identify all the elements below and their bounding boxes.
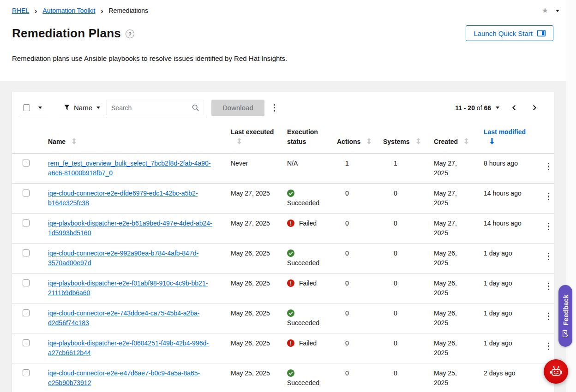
bulk-select-checkbox[interactable]	[23, 104, 30, 111]
page-options-caret-icon[interactable]	[556, 10, 559, 12]
help-icon[interactable]: ?	[126, 30, 134, 38]
systems-count-cell: 1	[376, 154, 426, 184]
row-kebab-button[interactable]	[545, 250, 552, 263]
search-input[interactable]	[107, 104, 187, 112]
row-kebab-button[interactable]	[545, 310, 552, 323]
filter-attribute-label: Name	[74, 104, 92, 112]
last-executed-cell: May 26, 2025	[223, 303, 280, 333]
table-body: rem_fe_test_overview_bulk_select_7bcb2f8…	[12, 154, 554, 392]
created-cell: May 27, 2025	[426, 184, 476, 214]
row-checkbox[interactable]	[23, 160, 30, 166]
virtual-assistant-button[interactable]	[544, 359, 568, 384]
column-header-systems[interactable]: Systems	[376, 124, 426, 154]
row-name-cell: iqe-cloud-connector-e2e-e47d6ae7-b0c9-4a…	[41, 363, 223, 392]
row-kebab-cell	[536, 244, 554, 273]
breadcrumb-link-rhel[interactable]: RHEL	[12, 7, 29, 14]
row-checkbox[interactable]	[23, 339, 30, 346]
row-kebab-button[interactable]	[545, 220, 552, 233]
search-button[interactable]	[187, 104, 204, 111]
column-header-name[interactable]: Name	[41, 124, 223, 154]
column-header-created[interactable]: Created	[426, 124, 476, 154]
pagination-menu[interactable]: 11 - 20 of 66	[455, 104, 499, 112]
pagination-of-label: of	[477, 104, 482, 112]
row-kebab-button[interactable]	[545, 160, 552, 173]
launch-quick-start-button[interactable]: Launch Quick Start	[466, 25, 553, 41]
last-modified-cell: 1 day ago	[476, 244, 536, 273]
remediation-plan-link[interactable]: iqe-playbook-dispatcher-e2e-f01abf98-910…	[48, 279, 208, 297]
feedback-button[interactable]: Feedback	[558, 285, 572, 347]
created-cell: May 27, 2025	[426, 154, 476, 184]
row-checkbox[interactable]	[23, 309, 30, 316]
row-select-cell	[12, 363, 41, 392]
last-executed-cell: May 26, 2025	[223, 333, 280, 363]
bulk-select-dropdown[interactable]	[19, 99, 48, 116]
systems-count-cell: 0	[376, 333, 426, 363]
row-checkbox[interactable]	[23, 249, 30, 256]
systems-count-cell: 0	[376, 244, 426, 273]
toolbar-kebab-button[interactable]	[271, 101, 278, 114]
row-kebab-button[interactable]	[545, 280, 552, 293]
breadcrumb-link-automation-toolkit[interactable]: Automation Toolkit	[42, 7, 95, 14]
success-check-icon	[287, 190, 294, 197]
row-checkbox[interactable]	[23, 220, 30, 226]
filter-funnel-icon	[64, 105, 70, 110]
row-kebab-cell	[536, 303, 554, 333]
row-checkbox[interactable]	[23, 279, 30, 286]
favorite-star-icon[interactable]: ★	[542, 7, 548, 14]
column-header-last-modified[interactable]: Last modified	[476, 124, 536, 154]
row-checkbox[interactable]	[23, 369, 30, 376]
row-select-cell	[12, 184, 41, 214]
success-check-icon	[287, 309, 294, 317]
systems-count-cell: 0	[376, 184, 426, 214]
last-modified-cell: 1 day ago	[476, 273, 536, 303]
execution-status-cell: Failed	[280, 214, 330, 244]
remediation-plan-link[interactable]: iqe-playbook-dispatcher-e2e-f0604251-f49…	[48, 339, 209, 356]
next-page-button[interactable]	[531, 104, 538, 112]
systems-count-cell: 0	[376, 214, 426, 244]
previous-page-button[interactable]	[510, 104, 518, 112]
table-row: rem_fe_test_overview_bulk_select_7bcb2f8…	[12, 154, 554, 184]
sort-both-icon	[366, 138, 372, 144]
row-name-cell: iqe-playbook-dispatcher-e2e-b61a9bed-497…	[41, 214, 223, 244]
pagination-range: 11 - 20	[455, 104, 475, 112]
row-select-cell	[12, 244, 41, 273]
row-name-cell: iqe-cloud-connector-e2e-743ddce4-ca75-45…	[41, 303, 223, 333]
remediations-card: Name Download 11 - 20 of	[12, 92, 554, 392]
sort-both-icon	[72, 138, 77, 144]
status-label: Succeeded	[287, 379, 319, 386]
remediation-plan-link[interactable]: rem_fe_test_overview_bulk_select_7bcb2f8…	[48, 160, 211, 177]
row-kebab-cell	[536, 333, 554, 363]
filter-attribute-dropdown[interactable]: Name	[59, 99, 106, 116]
table-header-row: Name Last executed Execution status Acti…	[12, 124, 554, 154]
remediation-plan-link[interactable]: iqe-cloud-connector-e2e-992a90ea-b784-4a…	[48, 249, 198, 267]
remediation-plan-link[interactable]: iqe-playbook-dispatcher-e2e-b61a9bed-497…	[48, 220, 212, 237]
sort-both-icon	[237, 138, 242, 144]
table-row: iqe-playbook-dispatcher-e2e-f0604251-f49…	[12, 333, 554, 363]
failed-exclamation-icon	[287, 279, 294, 287]
remediation-plan-link[interactable]: iqe-cloud-connector-e2e-e47d6ae7-b0c9-4a…	[48, 369, 200, 386]
row-kebab-button[interactable]	[545, 190, 552, 203]
actions-count-cell: 0	[330, 363, 376, 392]
row-checkbox[interactable]	[23, 190, 30, 196]
page-top-actions: ★	[542, 7, 559, 14]
row-select-cell	[12, 273, 41, 303]
column-header-last-executed[interactable]: Last executed	[223, 124, 280, 154]
column-header-actions[interactable]: Actions	[330, 124, 376, 154]
last-executed-cell: May 27, 2025	[223, 214, 280, 244]
systems-count-cell: 0	[376, 273, 426, 303]
row-name-cell: iqe-cloud-connector-e2e-992a90ea-b784-4a…	[41, 244, 223, 273]
remediation-plan-link[interactable]: iqe-cloud-connector-e2e-dfde6979-edc1-42…	[48, 190, 198, 207]
remediation-plan-link[interactable]: iqe-cloud-connector-e2e-743ddce4-ca75-45…	[48, 309, 199, 327]
execution-status-cell: Succeeded	[280, 303, 330, 333]
row-name-cell: iqe-cloud-connector-e2e-dfde6979-edc1-42…	[41, 184, 223, 214]
last-executed-cell: May 27, 2025	[223, 184, 280, 214]
column-header-execution-status: Execution status	[280, 124, 330, 154]
page-title: Remediation Plans	[12, 26, 121, 41]
breadcrumb-row: RHEL › Automation Toolkit › Remediations…	[0, 0, 576, 14]
row-kebab-button[interactable]	[545, 340, 552, 353]
chevron-right-icon	[532, 105, 537, 111]
download-button[interactable]: Download	[211, 100, 264, 116]
execution-status-cell: N/A	[280, 154, 330, 184]
row-kebab-cell	[536, 184, 554, 214]
breadcrumb-separator-icon: ›	[101, 7, 103, 14]
